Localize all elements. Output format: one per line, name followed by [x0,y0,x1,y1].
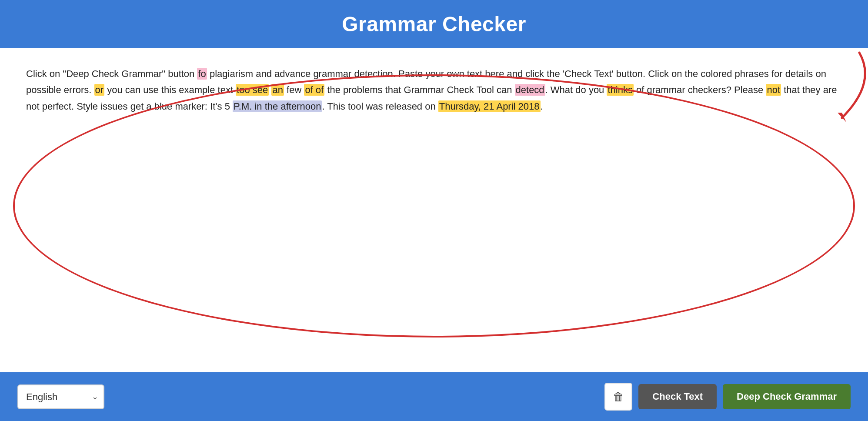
text-segment-yellow-5[interactable]: thinks [607,84,633,96]
footer-buttons: 🗑 Check Text Deep Check Grammar [604,383,851,411]
text-segment-yellow-7[interactable]: Thursday, 21 April 2018 [438,100,541,112]
text-segment-yellow-6[interactable]: not [766,84,781,96]
text-segment-normal-10: . This tool was released on [322,101,438,112]
text-display-area[interactable]: Click on "Deep Check Grammar" button fo … [0,48,868,372]
deep-check-grammar-button[interactable]: Deep Check Grammar [723,384,851,409]
text-segment-yellow-1[interactable]: or [94,84,105,96]
text-segment-yellow-4[interactable]: of of [304,84,324,96]
main-content: Click on "Deep Check Grammar" button fo … [0,48,868,372]
app-header: Grammar Checker [0,0,868,48]
text-segment-normal-1: Click on "Deep Check Grammar" button [26,68,197,79]
text-segment-normal-11: . [541,101,543,112]
text-segment-yellow-2[interactable]: too see [236,84,269,96]
text-segment-yellow-3[interactable]: an [271,84,284,96]
grammar-text: Click on "Deep Check Grammar" button fo … [26,66,842,114]
text-segment-normal-3: you can use this example text [104,84,236,95]
text-segment-pink-1[interactable]: fo [197,68,207,80]
text-segment-blue-1[interactable]: P.M. in the afternoon [233,100,322,112]
language-selector-wrapper[interactable]: English Spanish French German Italian Po… [17,384,104,409]
text-segment-normal-5: few [284,84,304,95]
text-segment-normal-6: the problems that Grammar Check Tool can [324,84,514,95]
text-segment-pink-2[interactable]: detecd [515,84,545,96]
check-text-button[interactable]: Check Text [638,384,717,409]
app-footer: English Spanish French German Italian Po… [0,372,868,421]
text-segment-normal-8: of grammar checkers? Please [634,84,766,95]
text-segment-normal-7: . What do you [545,84,607,95]
delete-button[interactable]: 🗑 [604,383,632,411]
app-title: Grammar Checker [9,12,859,36]
trash-icon: 🗑 [613,390,624,404]
language-select[interactable]: English Spanish French German Italian Po… [17,384,104,409]
